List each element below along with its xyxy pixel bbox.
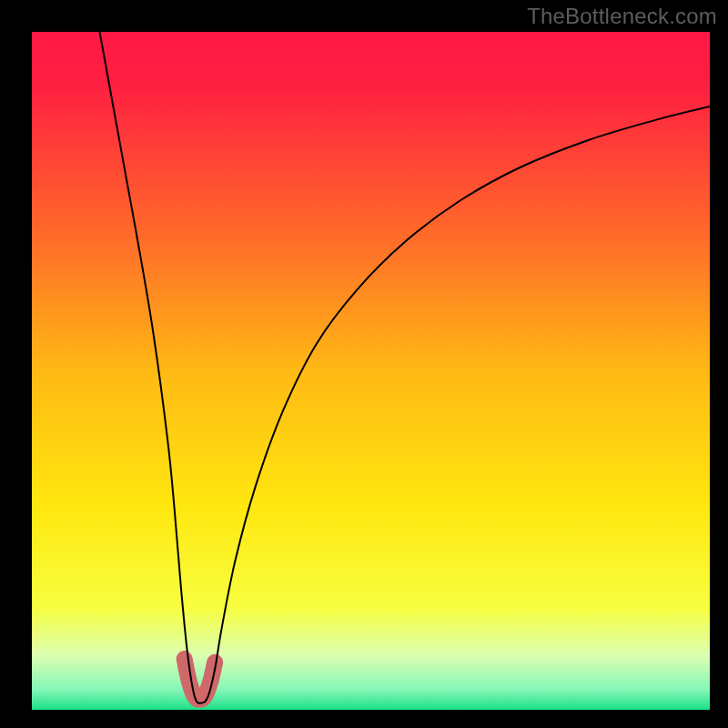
curve-layer (32, 32, 710, 710)
plot-area (32, 32, 710, 710)
watermark-text: TheBottleneck.com (527, 4, 717, 29)
bottleneck-curve (100, 32, 711, 703)
chart-frame: TheBottleneck.com (0, 0, 728, 728)
